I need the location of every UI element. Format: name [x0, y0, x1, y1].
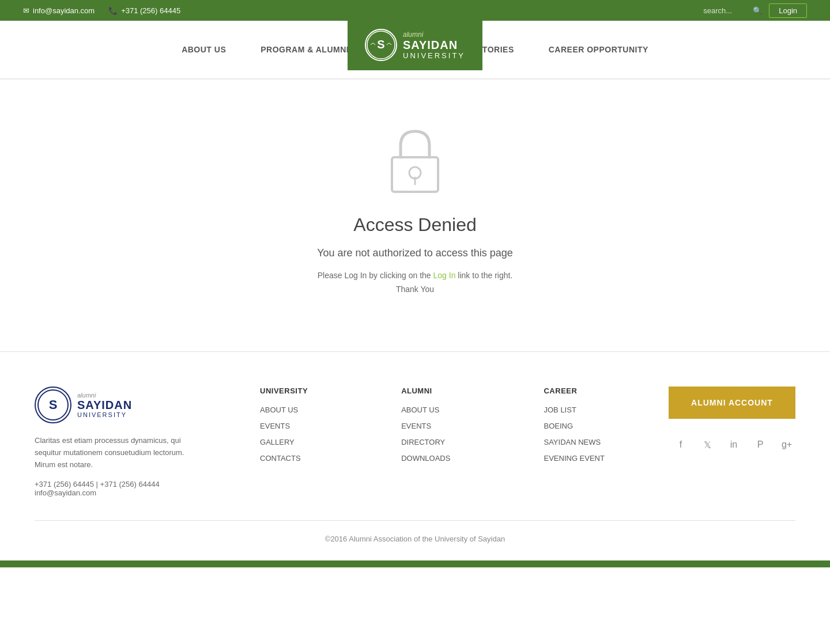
footer-logo-col: S alumni SAYIDAN UNIVERSITY Claritas est… [35, 387, 196, 497]
footer-desc: Claritas est etiam processus dynamicus, … [35, 435, 196, 471]
footer-link-evening-event[interactable]: EVENING EVENT [544, 454, 604, 463]
footer-logo-text: alumni SAYIDAN UNIVERSITY [77, 392, 132, 418]
list-item: EVENTS [401, 421, 450, 431]
lock-icon [383, 126, 447, 195]
footer-link-events[interactable]: EVENTS [260, 422, 290, 430]
svg-rect-2 [392, 157, 438, 192]
copyright-text: ©2016 Alumni Association of the Universi… [325, 535, 505, 543]
list-item: BOEING [544, 421, 604, 431]
logo-university-sub: UNIVERSITY [403, 51, 465, 60]
logo-alumni-label: alumni [403, 31, 465, 39]
list-item: DIRECTORY [401, 437, 450, 447]
login-link[interactable]: Log In [433, 271, 456, 280]
footer-col-career: CAREER JOB LIST BOEING SAYIDAN NEWS EVEN… [544, 387, 604, 497]
footer-logo-badge: S [35, 387, 71, 423]
logo[interactable]: S alumni SAYIDAN UNIVERSITY [348, 20, 482, 70]
footer-link-job-list[interactable]: JOB LIST [544, 406, 576, 414]
nav-about-us[interactable]: ABOUT US [182, 45, 226, 54]
logo-badge: S [365, 29, 397, 61]
logo-inner: S alumni SAYIDAN UNIVERSITY [365, 29, 465, 61]
footer-nav-cols: UNIVERSITY ABOUT US EVENTS GALLERY CONTA… [219, 387, 646, 497]
twitter-icon[interactable]: 𝕏 [699, 436, 716, 453]
login-button[interactable]: Login [769, 3, 807, 18]
footer-alumni-list: ABOUT US EVENTS DIRECTORY DOWNLOADS [401, 404, 450, 463]
logo-badge-svg: S [366, 30, 396, 60]
footer-link-downloads[interactable]: DOWNLOADS [401, 454, 450, 463]
bottom-bar [0, 560, 830, 567]
footer-link-gallery[interactable]: GALLERY [260, 438, 295, 446]
svg-text:S: S [49, 397, 58, 412]
list-item: GALLERY [260, 437, 308, 447]
nav-career-opportunity[interactable]: CAREER OPPORTUNITY [549, 45, 648, 54]
footer-career-heading: CAREER [544, 387, 604, 395]
footer-link-about-us[interactable]: ABOUT US [260, 406, 298, 414]
access-denied-subtitle: You are not authorized to access this pa… [317, 247, 513, 259]
desc-after: link to the right. [455, 271, 512, 280]
search-icon[interactable]: 🔍 [753, 6, 762, 15]
email-icon: ✉ [23, 6, 29, 15]
search-area: 🔍 [703, 6, 762, 15]
footer-link-directory[interactable]: DIRECTORY [401, 438, 445, 446]
list-item: CONTACTS [260, 453, 308, 463]
email-link[interactable]: ✉ info@sayidan.com [23, 6, 95, 15]
footer-top: S alumni SAYIDAN UNIVERSITY Claritas est… [35, 387, 795, 521]
footer-alumni-label: alumni [77, 392, 132, 399]
footer-link-contacts[interactable]: CONTACTS [260, 454, 301, 463]
top-bar-left: ✉ info@sayidan.com 📞 +371 (256) 64445 [23, 6, 180, 15]
top-bar: ✉ info@sayidan.com 📞 +371 (256) 64445 🔍 … [0, 0, 830, 21]
list-item: EVENTS [260, 421, 308, 431]
svg-text:S: S [377, 38, 384, 51]
list-item: DOWNLOADS [401, 453, 450, 463]
logo-text: alumni SAYIDAN UNIVERSITY [403, 31, 465, 60]
footer-bottom: ©2016 Alumni Association of the Universi… [35, 521, 795, 543]
footer-col-university: UNIVERSITY ABOUT US EVENTS GALLERY CONTA… [260, 387, 308, 497]
main-nav: ABOUT US PROGRAM & ALUMNI S alumni SAYID… [0, 21, 830, 78]
footer-alumni-heading: ALUMNI [401, 387, 450, 395]
footer-university-list: ABOUT US EVENTS GALLERY CONTACTS [260, 404, 308, 463]
footer: S alumni SAYIDAN UNIVERSITY Claritas est… [0, 351, 830, 560]
top-bar-right: 🔍 Login [703, 3, 807, 18]
linkedin-icon[interactable]: in [725, 436, 742, 453]
alumni-account-button[interactable]: ALUMNI ACCOUNT [669, 387, 795, 419]
list-item: ABOUT US [260, 404, 308, 415]
lock-icon-wrap [383, 126, 447, 197]
footer-col-alumni: ALUMNI ABOUT US EVENTS DIRECTORY DOWNLOA… [401, 387, 450, 497]
list-item: ABOUT US [401, 404, 450, 415]
footer-university-heading: UNIVERSITY [260, 387, 308, 395]
footer-logo-wrap: S alumni SAYIDAN UNIVERSITY [35, 387, 196, 423]
list-item: JOB LIST [544, 404, 604, 415]
desc-before: Please Log In by clicking on the [318, 271, 433, 280]
thank-you-text: Thank You [396, 285, 434, 294]
google-plus-icon[interactable]: g+ [778, 436, 795, 453]
footer-social: f 𝕏 in P g+ [672, 436, 795, 453]
footer-email: info@sayidan.com [35, 488, 196, 497]
pinterest-icon[interactable]: P [752, 436, 769, 453]
search-input[interactable] [703, 6, 749, 15]
list-item: SAYIDAN NEWS [544, 437, 604, 447]
footer-career-list: JOB LIST BOEING SAYIDAN NEWS EVENING EVE… [544, 404, 604, 463]
facebook-icon[interactable]: f [672, 436, 689, 453]
nav-wrapper: ABOUT US PROGRAM & ALUMNI S alumni SAYID… [0, 21, 830, 79]
footer-link-sayidan-news[interactable]: SAYIDAN NEWS [544, 438, 601, 446]
footer-link-alumni-about[interactable]: ABOUT US [401, 406, 439, 414]
footer-link-boeing[interactable]: BOEING [544, 422, 573, 430]
footer-logo-svg: S [36, 388, 70, 422]
phone-link[interactable]: 📞 +371 (256) 64445 [108, 6, 180, 15]
footer-phones: +371 (256) 64445 | +371 (256) 64444 [35, 480, 196, 488]
footer-account-col: ALUMNI ACCOUNT f 𝕏 in P g+ [669, 387, 795, 497]
phone-text: +371 (256) 64445 [121, 6, 180, 15]
footer-link-alumni-events[interactable]: EVENTS [401, 422, 431, 430]
main-content: Access Denied You are not authorized to … [0, 79, 830, 351]
phone-icon: 📞 [108, 6, 118, 15]
access-denied-desc: Please Log In by clicking on the Log In … [318, 271, 513, 280]
logo-university-name: SAYIDAN [403, 39, 465, 51]
nav-program-alumni[interactable]: PROGRAM & ALUMNI [261, 45, 349, 54]
nav-left: ABOUT US PROGRAM & ALUMNI [182, 45, 349, 54]
access-denied-title: Access Denied [353, 214, 476, 236]
footer-univ-name: SAYIDAN [77, 399, 132, 411]
footer-univ-sub: UNIVERSITY [77, 411, 132, 418]
email-text: info@sayidan.com [33, 6, 95, 15]
list-item: EVENING EVENT [544, 453, 604, 463]
